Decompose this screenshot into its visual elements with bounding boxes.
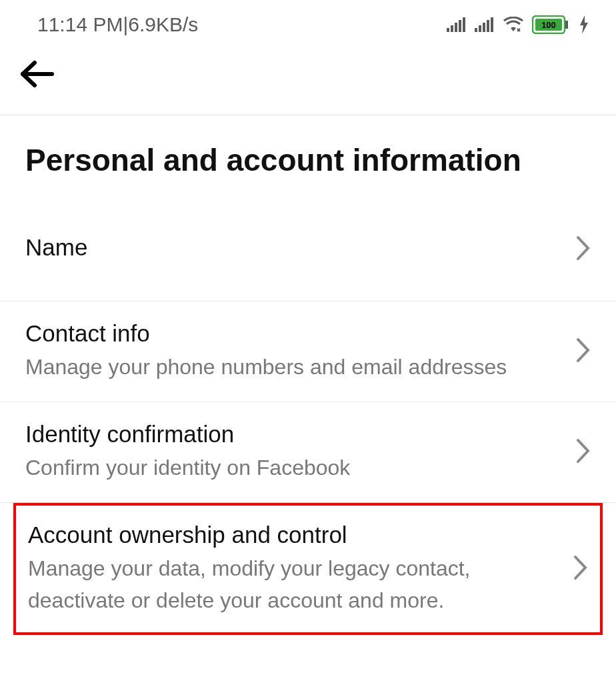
svg-rect-12: [565, 21, 568, 29]
settings-list: Name Contact info Manage your phone numb…: [0, 198, 616, 635]
svg-rect-0: [447, 28, 449, 32]
setting-text: Name: [25, 234, 563, 265]
svg-rect-4: [463, 17, 465, 32]
app-header: [0, 49, 616, 115]
setting-label: Account ownership and control: [28, 522, 560, 548]
status-bar: 11:14 PM | 6.9KB/s: [0, 0, 616, 49]
setting-label: Contact info: [25, 320, 563, 347]
setting-label: Name: [25, 234, 563, 261]
svg-rect-1: [451, 25, 453, 32]
svg-rect-5: [475, 28, 477, 32]
chevron-right-icon: [576, 235, 591, 263]
svg-rect-6: [479, 25, 481, 32]
charging-bolt-icon: [579, 15, 589, 34]
setting-text: Identity confirmation Confirm your ident…: [25, 421, 563, 484]
svg-rect-7: [483, 23, 485, 32]
svg-rect-2: [455, 23, 457, 32]
setting-item-identity-confirmation[interactable]: Identity confirmation Confirm your ident…: [0, 402, 616, 503]
setting-desc: Manage your data, modify your legacy con…: [28, 552, 560, 616]
setting-desc: Manage your phone numbers and email addr…: [25, 351, 563, 383]
page-title: Personal and account information: [0, 115, 616, 198]
arrow-left-icon: [20, 60, 55, 88]
setting-text: Account ownership and control Manage you…: [28, 522, 560, 616]
setting-label: Identity confirmation: [25, 421, 563, 448]
status-left: 11:14 PM | 6.9KB/s: [37, 13, 198, 36]
setting-desc: Confirm your identity on Facebook: [25, 452, 563, 484]
status-data-rate: 6.9KB/s: [128, 13, 198, 36]
status-separator: |: [123, 13, 128, 36]
back-button[interactable]: [20, 60, 55, 88]
svg-rect-8: [487, 20, 489, 32]
chevron-right-icon: [573, 555, 588, 583]
wifi-icon: [503, 17, 524, 33]
status-time: 11:14 PM: [37, 13, 123, 36]
status-right: 100: [447, 15, 589, 34]
svg-rect-3: [459, 20, 461, 32]
battery-icon: 100: [532, 15, 571, 34]
setting-item-account-ownership[interactable]: Account ownership and control Manage you…: [13, 503, 603, 635]
setting-item-name[interactable]: Name: [0, 198, 616, 301]
setting-item-contact-info[interactable]: Contact info Manage your phone numbers a…: [0, 301, 616, 402]
battery-level-text: 100: [541, 20, 556, 30]
signal-icon-1: [447, 17, 467, 32]
chevron-right-icon: [576, 337, 591, 366]
chevron-right-icon: [576, 438, 591, 466]
setting-text: Contact info Manage your phone numbers a…: [25, 320, 563, 383]
svg-rect-9: [491, 17, 493, 32]
signal-icon-2: [475, 17, 495, 32]
